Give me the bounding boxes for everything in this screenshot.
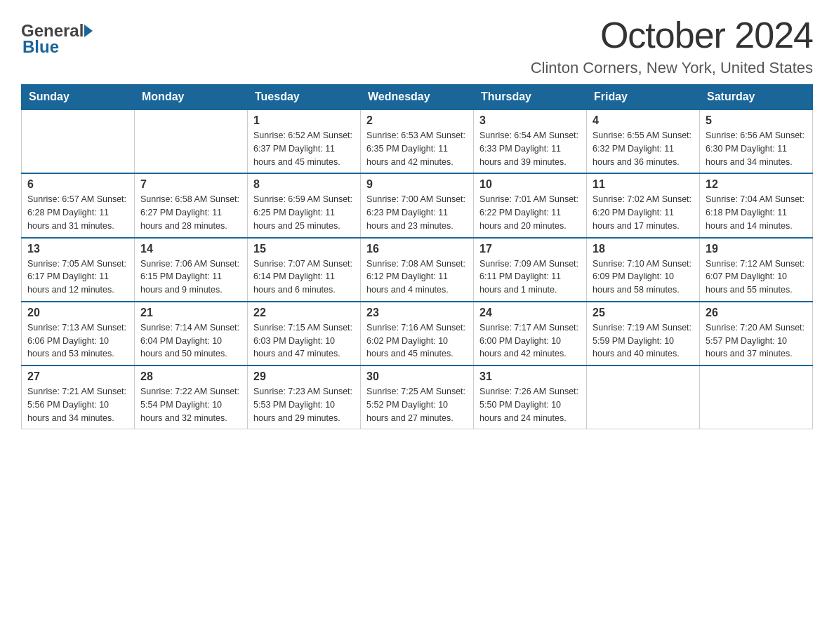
- logo: General Blue: [21, 21, 93, 57]
- week-row-5: 27Sunrise: 7:21 AM Sunset: 5:56 PM Dayli…: [22, 365, 813, 429]
- calendar-cell: 9Sunrise: 7:00 AM Sunset: 6:23 PM Daylig…: [361, 173, 474, 237]
- calendar-cell: 13Sunrise: 7:05 AM Sunset: 6:17 PM Dayli…: [22, 238, 135, 302]
- calendar-cell: 18Sunrise: 7:10 AM Sunset: 6:09 PM Dayli…: [587, 238, 700, 302]
- day-number: 22: [253, 307, 355, 319]
- day-info: Sunrise: 7:23 AM Sunset: 5:53 PM Dayligh…: [253, 385, 355, 424]
- calendar-cell: 30Sunrise: 7:25 AM Sunset: 5:52 PM Dayli…: [361, 365, 474, 429]
- day-number: 24: [479, 307, 581, 319]
- day-number: 12: [706, 178, 807, 191]
- day-number: 16: [366, 243, 468, 255]
- day-info: Sunrise: 7:20 AM Sunset: 5:57 PM Dayligh…: [706, 321, 807, 361]
- day-number: 23: [366, 307, 468, 319]
- calendar-cell: 3Sunrise: 6:54 AM Sunset: 6:33 PM Daylig…: [474, 109, 587, 173]
- day-number: 15: [253, 243, 355, 255]
- day-info: Sunrise: 6:54 AM Sunset: 6:33 PM Dayligh…: [479, 129, 581, 168]
- day-info: Sunrise: 6:58 AM Sunset: 6:27 PM Dayligh…: [140, 193, 241, 232]
- calendar-cell: 6Sunrise: 6:57 AM Sunset: 6:28 PM Daylig…: [22, 173, 135, 237]
- location-subtitle: Clinton Corners, New York, United States: [531, 59, 813, 77]
- calendar-cell: 27Sunrise: 7:21 AM Sunset: 5:56 PM Dayli…: [22, 365, 135, 429]
- day-info: Sunrise: 7:14 AM Sunset: 6:04 PM Dayligh…: [140, 321, 241, 361]
- day-number: 9: [366, 178, 468, 191]
- day-info: Sunrise: 7:19 AM Sunset: 5:59 PM Dayligh…: [593, 321, 694, 361]
- day-info: Sunrise: 7:02 AM Sunset: 6:20 PM Dayligh…: [593, 193, 694, 232]
- day-info: Sunrise: 7:16 AM Sunset: 6:02 PM Dayligh…: [366, 321, 468, 361]
- calendar-cell: 28Sunrise: 7:22 AM Sunset: 5:54 PM Dayli…: [135, 365, 248, 429]
- day-info: Sunrise: 6:57 AM Sunset: 6:28 PM Dayligh…: [27, 193, 128, 232]
- day-number: 28: [140, 370, 241, 383]
- calendar-header: SundayMondayTuesdayWednesdayThursdayFrid…: [22, 85, 813, 110]
- day-info: Sunrise: 6:53 AM Sunset: 6:35 PM Dayligh…: [366, 129, 468, 168]
- calendar-cell: 11Sunrise: 7:02 AM Sunset: 6:20 PM Dayli…: [587, 173, 700, 237]
- day-info: Sunrise: 7:15 AM Sunset: 6:03 PM Dayligh…: [253, 321, 355, 361]
- day-number: 17: [479, 243, 581, 255]
- day-number: 14: [140, 243, 241, 255]
- title-section: October 2024 Clinton Corners, New York, …: [531, 14, 813, 77]
- day-number: 8: [253, 178, 355, 191]
- day-number: 26: [706, 307, 807, 319]
- day-info: Sunrise: 7:26 AM Sunset: 5:50 PM Dayligh…: [479, 385, 581, 424]
- day-info: Sunrise: 7:13 AM Sunset: 6:06 PM Dayligh…: [27, 321, 128, 361]
- day-number: 19: [706, 243, 807, 255]
- day-number: 20: [27, 307, 128, 319]
- day-number: 11: [593, 178, 694, 191]
- day-number: 21: [140, 307, 241, 319]
- day-info: Sunrise: 7:01 AM Sunset: 6:22 PM Dayligh…: [479, 193, 581, 232]
- calendar-cell: [22, 109, 135, 173]
- calendar-cell: [135, 109, 248, 173]
- day-info: Sunrise: 7:25 AM Sunset: 5:52 PM Dayligh…: [366, 385, 468, 424]
- calendar-cell: 8Sunrise: 6:59 AM Sunset: 6:25 PM Daylig…: [248, 173, 361, 237]
- header-day-saturday: Saturday: [700, 85, 813, 110]
- calendar-table: SundayMondayTuesdayWednesdayThursdayFrid…: [21, 84, 813, 429]
- logo-arrow-icon: [84, 25, 93, 37]
- header-day-tuesday: Tuesday: [248, 85, 361, 110]
- calendar-cell: 14Sunrise: 7:06 AM Sunset: 6:15 PM Dayli…: [135, 238, 248, 302]
- day-info: Sunrise: 7:17 AM Sunset: 6:00 PM Dayligh…: [479, 321, 581, 361]
- calendar-cell: 24Sunrise: 7:17 AM Sunset: 6:00 PM Dayli…: [474, 302, 587, 365]
- calendar-cell: 23Sunrise: 7:16 AM Sunset: 6:02 PM Dayli…: [361, 302, 474, 365]
- day-number: 5: [706, 114, 807, 127]
- calendar-cell: 20Sunrise: 7:13 AM Sunset: 6:06 PM Dayli…: [22, 302, 135, 365]
- day-info: Sunrise: 7:10 AM Sunset: 6:09 PM Dayligh…: [593, 257, 694, 297]
- header-day-friday: Friday: [587, 85, 700, 110]
- calendar-cell: 19Sunrise: 7:12 AM Sunset: 6:07 PM Dayli…: [700, 238, 813, 302]
- header-day-sunday: Sunday: [22, 85, 135, 110]
- calendar-cell: 1Sunrise: 6:52 AM Sunset: 6:37 PM Daylig…: [248, 109, 361, 173]
- calendar-cell: 2Sunrise: 6:53 AM Sunset: 6:35 PM Daylig…: [361, 109, 474, 173]
- day-info: Sunrise: 6:56 AM Sunset: 6:30 PM Dayligh…: [706, 129, 807, 168]
- calendar-cell: 5Sunrise: 6:56 AM Sunset: 6:30 PM Daylig…: [700, 109, 813, 173]
- day-number: 4: [593, 114, 694, 127]
- week-row-1: 1Sunrise: 6:52 AM Sunset: 6:37 PM Daylig…: [22, 109, 813, 173]
- calendar-cell: 7Sunrise: 6:58 AM Sunset: 6:27 PM Daylig…: [135, 173, 248, 237]
- day-info: Sunrise: 6:52 AM Sunset: 6:37 PM Dayligh…: [253, 129, 355, 168]
- week-row-3: 13Sunrise: 7:05 AM Sunset: 6:17 PM Dayli…: [22, 238, 813, 302]
- day-number: 3: [479, 114, 581, 127]
- calendar-cell: 25Sunrise: 7:19 AM Sunset: 5:59 PM Dayli…: [587, 302, 700, 365]
- day-number: 13: [27, 243, 128, 255]
- day-info: Sunrise: 7:08 AM Sunset: 6:12 PM Dayligh…: [366, 257, 468, 297]
- calendar-cell: [587, 365, 700, 429]
- calendar-cell: 4Sunrise: 6:55 AM Sunset: 6:32 PM Daylig…: [587, 109, 700, 173]
- day-number: 18: [593, 243, 694, 255]
- day-number: 10: [479, 178, 581, 191]
- day-info: Sunrise: 7:06 AM Sunset: 6:15 PM Dayligh…: [140, 257, 241, 297]
- day-info: Sunrise: 7:22 AM Sunset: 5:54 PM Dayligh…: [140, 385, 241, 424]
- logo-blue-text: Blue: [22, 37, 59, 57]
- calendar-cell: [700, 365, 813, 429]
- day-info: Sunrise: 6:59 AM Sunset: 6:25 PM Dayligh…: [253, 193, 355, 232]
- calendar-cell: 31Sunrise: 7:26 AM Sunset: 5:50 PM Dayli…: [474, 365, 587, 429]
- header-day-thursday: Thursday: [474, 85, 587, 110]
- day-info: Sunrise: 7:04 AM Sunset: 6:18 PM Dayligh…: [706, 193, 807, 232]
- header-day-monday: Monday: [135, 85, 248, 110]
- page-header: General Blue October 2024 Clinton Corner…: [21, 14, 813, 77]
- calendar-cell: 12Sunrise: 7:04 AM Sunset: 6:18 PM Dayli…: [700, 173, 813, 237]
- day-info: Sunrise: 7:12 AM Sunset: 6:07 PM Dayligh…: [706, 257, 807, 297]
- day-number: 27: [27, 370, 128, 383]
- day-info: Sunrise: 7:09 AM Sunset: 6:11 PM Dayligh…: [479, 257, 581, 297]
- day-info: Sunrise: 7:21 AM Sunset: 5:56 PM Dayligh…: [27, 385, 128, 424]
- day-number: 2: [366, 114, 468, 127]
- calendar-body: 1Sunrise: 6:52 AM Sunset: 6:37 PM Daylig…: [22, 109, 813, 429]
- header-day-wednesday: Wednesday: [361, 85, 474, 110]
- day-number: 30: [366, 370, 468, 383]
- day-number: 1: [253, 114, 355, 127]
- calendar-cell: 21Sunrise: 7:14 AM Sunset: 6:04 PM Dayli…: [135, 302, 248, 365]
